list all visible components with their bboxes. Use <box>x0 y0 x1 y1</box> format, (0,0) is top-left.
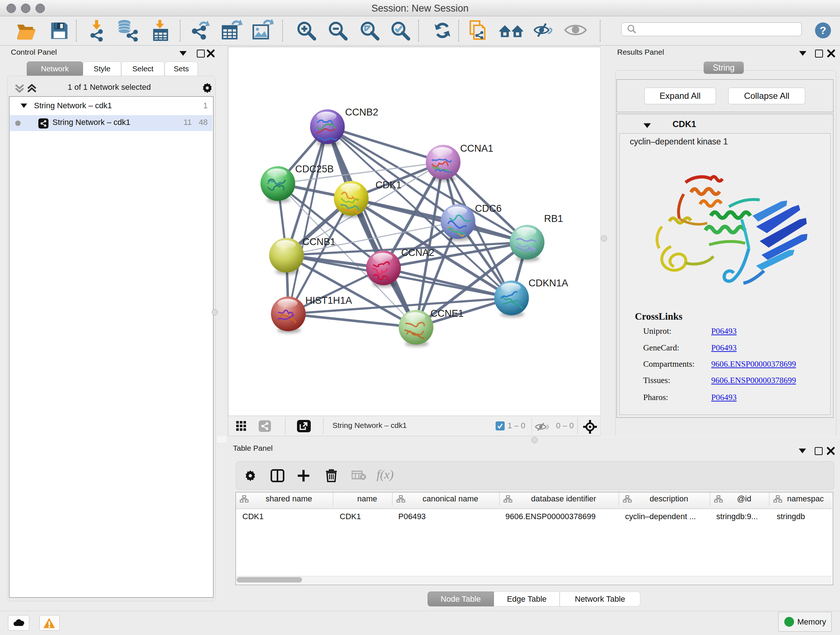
svg-text:CCNA1: CCNA1 <box>460 143 493 154</box>
svg-text:CDKN1A: CDKN1A <box>529 278 568 288</box>
svg-text:RB1: RB1 <box>544 213 563 224</box>
svg-text:CDC6: CDC6 <box>475 203 502 214</box>
svg-text:CCNB2: CCNB2 <box>345 107 378 118</box>
svg-text:CCNB1: CCNB1 <box>302 236 336 247</box>
svg-text:CDK1: CDK1 <box>376 180 401 190</box>
svg-text:CCNE1: CCNE1 <box>431 308 464 319</box>
svg-text:CCNA2: CCNA2 <box>401 247 434 258</box>
svg-text:CDC25B: CDC25B <box>295 164 334 174</box>
svg-text:HIST1H1A: HIST1H1A <box>305 295 352 306</box>
